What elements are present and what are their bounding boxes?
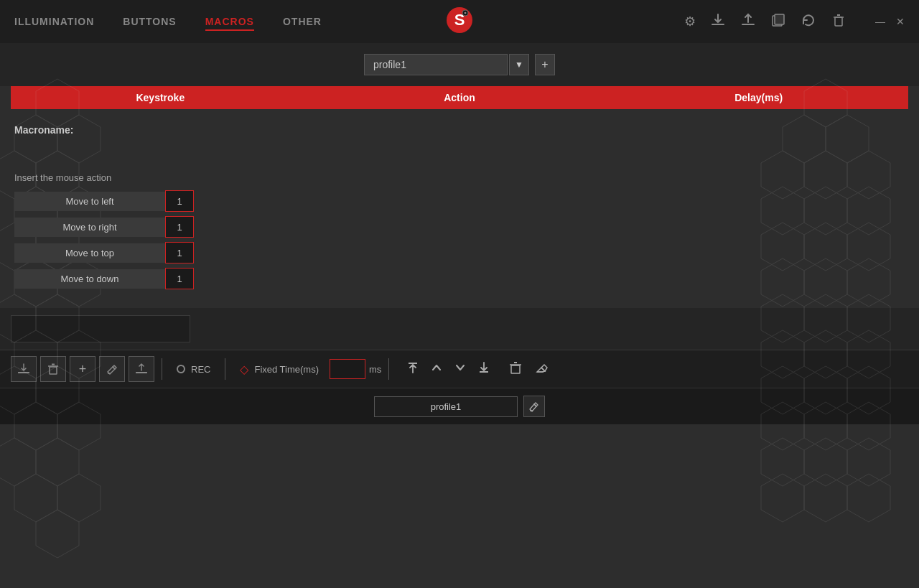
move-left-label: Move to left bbox=[14, 192, 165, 211]
nav-up-button[interactable] bbox=[426, 358, 447, 380]
reset-icon[interactable] bbox=[801, 12, 816, 32]
rec-section: REC bbox=[177, 364, 210, 375]
settings-icon[interactable]: ⚙ bbox=[684, 14, 696, 29]
nav-illumination[interactable]: ILLUMINATION bbox=[14, 12, 94, 31]
svg-marker-34 bbox=[36, 510, 79, 558]
close-button[interactable]: ✕ bbox=[896, 16, 905, 27]
svg-marker-33 bbox=[14, 474, 57, 522]
download-icon[interactable] bbox=[710, 12, 726, 32]
svg-marker-30 bbox=[36, 438, 79, 486]
delay-header: Delay(ms) bbox=[609, 92, 908, 103]
main-body: ▼ + Keystroke Action Delay(ms) Macroname… bbox=[0, 43, 919, 588]
mouse-actions-title: Insert the mouse action bbox=[14, 172, 905, 183]
svg-marker-32 bbox=[57, 474, 101, 522]
svg-marker-63 bbox=[847, 438, 890, 486]
plus-icon: + bbox=[79, 362, 87, 377]
ms-input[interactable] bbox=[330, 359, 365, 379]
svg-point-3 bbox=[465, 12, 467, 14]
svg-rect-76 bbox=[511, 365, 520, 373]
export-macro-button[interactable] bbox=[11, 356, 37, 382]
svg-marker-64 bbox=[761, 438, 804, 486]
diamond-icon: ◇ bbox=[240, 363, 248, 376]
bottom-edit-button[interactable] bbox=[523, 396, 545, 417]
svg-marker-67 bbox=[761, 474, 804, 522]
nav-menu: ILLUMINATION BUTTONS MACROS OTHER bbox=[14, 12, 322, 31]
bottom-profile-input[interactable] bbox=[374, 396, 518, 417]
content-area: Macroname: Insert the mouse action Move … bbox=[0, 109, 919, 308]
trash-header-icon[interactable] bbox=[831, 12, 846, 32]
svg-marker-66 bbox=[847, 474, 890, 522]
move-left-input[interactable] bbox=[165, 190, 194, 212]
svg-marker-31 bbox=[0, 438, 36, 486]
nav-macros[interactable]: MACROS bbox=[205, 12, 254, 31]
svg-rect-68 bbox=[18, 372, 29, 373]
move-top-input[interactable] bbox=[165, 242, 194, 263]
clear-button[interactable] bbox=[531, 358, 554, 381]
move-top-label: Move to top bbox=[14, 243, 165, 263]
fixed-time-label: Fixed Time(ms) bbox=[254, 364, 319, 375]
mouse-action-row-left: Move to left bbox=[14, 190, 905, 212]
copy-icon[interactable] bbox=[770, 12, 786, 32]
nav-down-button[interactable] bbox=[449, 358, 471, 380]
fixed-time-section: ◇ Fixed Time(ms) bbox=[240, 363, 319, 376]
profile-bar: ▼ + bbox=[0, 43, 919, 86]
chevron-down-icon: ▼ bbox=[515, 60, 523, 70]
add-macro-button[interactable]: + bbox=[70, 356, 95, 382]
svg-rect-4 bbox=[712, 24, 724, 25]
separator-1 bbox=[162, 358, 162, 380]
nav-buttons[interactable]: BUTTONS bbox=[123, 12, 176, 31]
mouse-actions-section: Insert the mouse action Move to left Mov… bbox=[14, 172, 905, 294]
macro-input-bar bbox=[0, 308, 919, 350]
delete-macro-button[interactable] bbox=[40, 356, 66, 382]
move-right-input[interactable] bbox=[165, 216, 194, 238]
plus-icon: + bbox=[541, 58, 548, 71]
move-down-label: Move to down bbox=[14, 269, 165, 289]
svg-rect-8 bbox=[835, 17, 842, 26]
macroname-label: Macroname: bbox=[14, 124, 73, 136]
profile-input[interactable] bbox=[364, 54, 508, 75]
edit-macro-button[interactable] bbox=[99, 356, 125, 382]
svg-rect-5 bbox=[742, 24, 755, 25]
svg-marker-65 bbox=[804, 474, 847, 522]
delete-rows-button[interactable] bbox=[504, 358, 527, 381]
nav-other[interactable]: OTHER bbox=[283, 12, 322, 31]
table-header: Keystroke Action Delay(ms) bbox=[11, 86, 908, 109]
nav-first-button[interactable] bbox=[402, 358, 424, 380]
svg-marker-62 bbox=[804, 438, 847, 486]
separator-3 bbox=[388, 358, 389, 380]
window-controls: — ✕ bbox=[875, 16, 905, 27]
app-logo: S bbox=[445, 6, 474, 37]
minimize-button[interactable]: — bbox=[875, 16, 885, 27]
upload-icon[interactable] bbox=[740, 12, 756, 32]
profile-selector: ▼ + bbox=[364, 54, 555, 75]
action-header: Action bbox=[310, 92, 610, 103]
svg-rect-7 bbox=[775, 14, 784, 24]
mouse-action-row-right: Move to right bbox=[14, 216, 905, 238]
bottom-profile-bar bbox=[0, 388, 919, 424]
rec-radio[interactable] bbox=[177, 365, 185, 373]
header-icons: ⚙ bbox=[684, 12, 905, 32]
svg-rect-69 bbox=[50, 367, 57, 374]
svg-rect-73 bbox=[136, 372, 147, 373]
nav-arrows bbox=[402, 358, 495, 380]
move-right-label: Move to right bbox=[14, 218, 165, 237]
profile-dropdown-btn[interactable]: ▼ bbox=[509, 54, 529, 75]
keystroke-header: Keystroke bbox=[11, 92, 310, 103]
save-macro-button[interactable] bbox=[129, 356, 154, 382]
rec-label[interactable]: REC bbox=[191, 364, 210, 375]
bottom-toolbar: + REC bbox=[0, 350, 919, 388]
macroname-section: Macroname: bbox=[14, 123, 905, 136]
ms-label: ms bbox=[369, 364, 381, 375]
mouse-action-row-top: Move to top bbox=[14, 242, 905, 263]
macro-text-input[interactable] bbox=[11, 315, 190, 342]
mouse-action-row-down: Move to down bbox=[14, 268, 905, 289]
separator-2 bbox=[225, 358, 225, 380]
move-down-input[interactable] bbox=[165, 268, 194, 289]
nav-last-button[interactable] bbox=[473, 358, 495, 380]
header-row: ILLUMINATION BUTTONS MACROS OTHER S ⚙ bbox=[0, 0, 919, 43]
profile-add-btn[interactable]: + bbox=[535, 54, 555, 75]
